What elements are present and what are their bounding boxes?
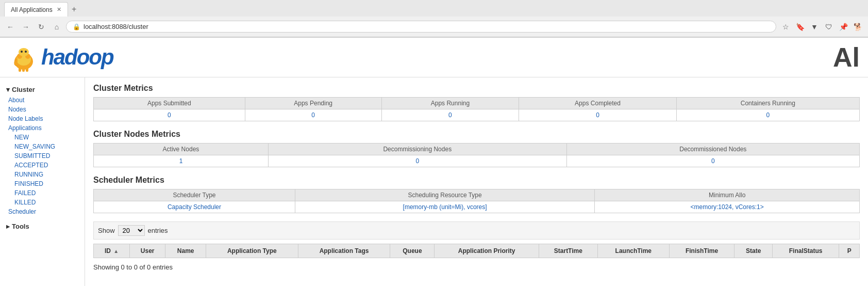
containers-running-value: 0 — [676, 109, 859, 121]
scheduling-resource-type-value: [memory-mb (unit=Mi), vcores] — [295, 201, 594, 213]
col-start-time[interactable]: StartTime — [539, 244, 597, 258]
sidebar-item-accepted[interactable]: ACCEPTED — [0, 161, 85, 170]
hadoop-logo-text: hadoop — [41, 45, 113, 70]
new-tab-button[interactable]: + — [68, 3, 80, 15]
svg-point-5 — [21, 51, 23, 53]
sidebar-item-node-labels[interactable]: Node Labels — [0, 114, 85, 123]
tools-section-title[interactable]: ▸ Tools — [0, 220, 85, 232]
col-p[interactable]: P — [839, 244, 860, 258]
applications-table: ID ▲ User Name Application Type Applicat… — [93, 244, 860, 258]
lock-icon: 🔒 — [73, 23, 80, 30]
apps-submitted-value: 0 — [94, 109, 245, 121]
sidebar-item-running[interactable]: RUNNING — [0, 170, 85, 179]
sidebar-item-new-saving[interactable]: NEW_SAVING — [0, 142, 85, 151]
app-table-header-row: ID ▲ User Name Application Type Applicat… — [94, 244, 860, 258]
main-content: Cluster Metrics Apps Submitted Apps Pend… — [85, 77, 868, 286]
url-text: localhost:8088/cluster — [84, 23, 148, 30]
svg-point-4 — [19, 48, 29, 56]
bookmark-star-icon[interactable]: ☆ — [779, 21, 792, 33]
address-bar: ← → ↻ ⌂ 🔒 localhost:8088/cluster ☆ 🔖 ▼ 🛡… — [0, 17, 868, 37]
cluster-metrics-title: Cluster Metrics — [93, 84, 860, 93]
extension-icon-3[interactable]: 🛡 — [823, 21, 835, 33]
col-finish-time[interactable]: FinishTime — [669, 244, 735, 258]
col-queue[interactable]: Queue — [390, 244, 435, 258]
reload-button[interactable]: ↻ — [35, 21, 47, 33]
sidebar-item-nodes[interactable]: Nodes — [0, 105, 85, 114]
id-sort-icon: ▲ — [113, 248, 119, 254]
sidebar-item-finished[interactable]: FINISHED — [0, 179, 85, 188]
cluster-section-title[interactable]: ▾ Cluster — [0, 84, 85, 96]
cluster-arrow-icon: ▾ — [6, 86, 10, 93]
tools-label: Tools — [12, 223, 29, 230]
page-title: Al — [833, 42, 860, 73]
sidebar-item-submitted[interactable]: SUBMITTED — [0, 151, 85, 161]
scheduler-metrics-table: Scheduler Type Scheduling Resource Type … — [93, 189, 860, 213]
back-button[interactable]: ← — [4, 21, 16, 33]
forward-button[interactable]: → — [20, 21, 32, 33]
decommissioning-nodes-value[interactable]: 0 — [268, 155, 566, 167]
tab-bar: All Applications ✕ + — [0, 0, 868, 17]
sidebar: ▾ Cluster About Nodes Node Labels Applic… — [0, 77, 85, 286]
apps-pending-value: 0 — [245, 109, 381, 121]
tab-title: All Applications — [11, 6, 53, 13]
sidebar-item-about[interactable]: About — [0, 96, 85, 105]
sidebar-item-new[interactable]: NEW — [0, 133, 85, 142]
decommissioned-nodes-value[interactable]: 0 — [566, 155, 859, 167]
col-decommissioned-nodes: Decommissioned Nodes — [566, 144, 859, 155]
col-apps-completed: Apps Completed — [519, 98, 676, 109]
col-name[interactable]: Name — [165, 244, 206, 258]
col-apps-submitted: Apps Submitted — [94, 98, 245, 109]
col-minimum-alloc: Minimum Allo — [595, 189, 860, 201]
scheduler-metrics-row: Capacity Scheduler [memory-mb (unit=Mi),… — [94, 201, 860, 213]
col-active-nodes: Active Nodes — [94, 144, 269, 155]
col-application-tags[interactable]: Application Tags — [298, 244, 390, 258]
active-tab[interactable]: All Applications ✕ — [4, 2, 68, 17]
apps-completed-value: 0 — [519, 109, 676, 121]
svg-point-6 — [25, 51, 27, 53]
show-entries-control: Show 20 10 50 100 entries — [93, 221, 860, 240]
svg-rect-8 — [22, 68, 25, 72]
extension-icon-2[interactable]: ▼ — [808, 21, 821, 33]
sidebar-item-failed[interactable]: FAILED — [0, 188, 85, 198]
cluster-label: Cluster — [12, 86, 35, 93]
col-id[interactable]: ID ▲ — [94, 244, 130, 258]
col-state[interactable]: State — [735, 244, 772, 258]
col-scheduling-resource-type: Scheduling Resource Type — [295, 189, 594, 201]
logo-wrapper: hadoop — [8, 42, 113, 73]
sidebar-item-scheduler[interactable]: Scheduler — [0, 207, 85, 216]
col-application-type[interactable]: Application Type — [206, 244, 298, 258]
col-application-priority[interactable]: Application Priority — [435, 244, 539, 258]
tools-arrow-icon: ▸ — [6, 223, 10, 230]
app-container: ▾ Cluster About Nodes Node Labels Applic… — [0, 77, 868, 286]
sidebar-item-applications[interactable]: Applications — [0, 123, 85, 133]
col-scheduler-type: Scheduler Type — [94, 189, 295, 201]
showing-entries-text: Showing 0 to 0 of 0 entries — [93, 263, 860, 271]
cluster-nodes-metrics-title: Cluster Nodes Metrics — [93, 130, 860, 139]
tab-close-button[interactable]: ✕ — [57, 6, 61, 13]
extension-icon-4[interactable]: 📌 — [837, 21, 849, 33]
url-bar[interactable]: 🔒 localhost:8088/cluster — [66, 21, 776, 33]
col-decommissioning-nodes: Decommissioning Nodes — [268, 144, 566, 155]
hadoop-elephant-logo — [8, 42, 39, 73]
col-apps-pending: Apps Pending — [245, 98, 381, 109]
browser-actions: ☆ 🔖 ▼ 🛡 📌 🐕 — [779, 21, 864, 33]
col-final-status[interactable]: FinalStatus — [772, 244, 839, 258]
browser-chrome: All Applications ✕ + ← → ↻ ⌂ 🔒 localhost… — [0, 0, 868, 38]
extension-icon-5[interactable]: 🐕 — [852, 21, 864, 33]
col-user[interactable]: User — [130, 244, 165, 258]
cluster-nodes-metrics-row: 1 0 0 — [94, 155, 860, 167]
cluster-metrics-row: 0 0 0 0 0 — [94, 109, 860, 121]
active-nodes-value[interactable]: 1 — [94, 155, 269, 167]
col-launch-time[interactable]: LaunchTime — [598, 244, 670, 258]
home-button[interactable]: ⌂ — [51, 21, 63, 33]
apps-running-value: 0 — [381, 109, 519, 121]
entries-label: entries — [148, 227, 168, 234]
tools-section: ▸ Tools — [0, 218, 85, 234]
sidebar-item-killed[interactable]: KILLED — [0, 198, 85, 207]
scheduler-metrics-title: Scheduler Metrics — [93, 176, 860, 185]
cluster-section: ▾ Cluster About Nodes Node Labels Applic… — [0, 82, 85, 218]
col-apps-running: Apps Running — [381, 98, 519, 109]
entries-per-page-select[interactable]: 20 10 50 100 — [118, 225, 145, 236]
extension-icon-1[interactable]: 🔖 — [794, 21, 806, 33]
cluster-metrics-table: Apps Submitted Apps Pending Apps Running… — [93, 97, 860, 121]
